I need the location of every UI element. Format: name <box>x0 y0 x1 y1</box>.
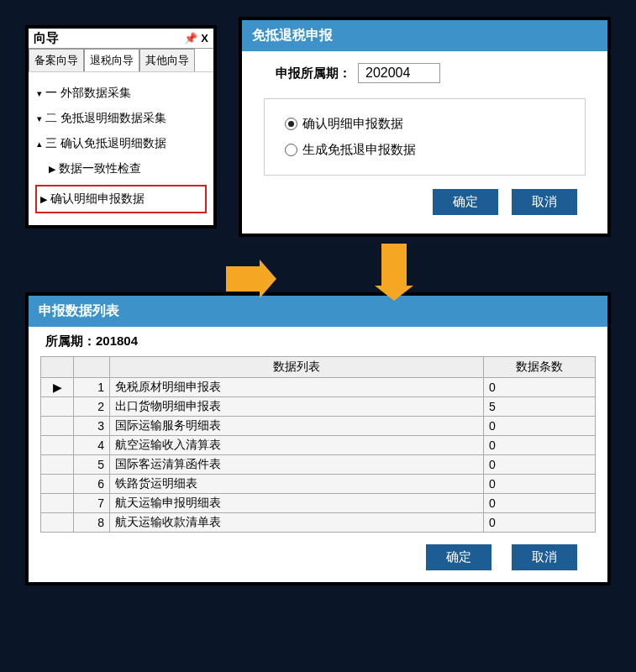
radio-group: 确认明细申报数据 生成免抵退申报数据 <box>264 98 586 176</box>
ok-button[interactable]: 确定 <box>426 544 491 570</box>
table-row[interactable]: 2出口货物明细申报表5 <box>41 397 596 417</box>
table-row[interactable]: 8航天运输收款清单表0 <box>41 513 596 533</box>
table-period-value: 201804 <box>96 333 138 348</box>
radio-icon <box>285 144 297 156</box>
chevron-down-icon: ▾ <box>37 88 42 99</box>
period-input[interactable]: 202004 <box>358 63 440 83</box>
caret-right-icon: ▶ <box>49 164 55 175</box>
radio-generate-data[interactable]: 生成免抵退申报数据 <box>285 137 565 163</box>
tree-section-2[interactable]: ▾ 二 免抵退明细数据采集 <box>34 106 208 131</box>
table-row[interactable]: 5国际客运清算函件表0 <box>41 455 596 475</box>
tree-item-confirm[interactable]: ▶ 确认明细申报数据 <box>35 185 207 213</box>
caret-right-icon: ▶ <box>40 194 47 205</box>
tab-refund[interactable]: 退税向导 <box>84 49 139 71</box>
table-row[interactable]: 7航天运输申报明细表0 <box>41 494 596 513</box>
arrow-right-icon <box>226 266 260 291</box>
close-icon[interactable]: X <box>201 32 208 45</box>
tab-other[interactable]: 其他向导 <box>139 49 195 71</box>
chevron-up-icon: ▴ <box>37 139 42 150</box>
tab-backup[interactable]: 备案向导 <box>29 49 84 71</box>
cancel-button[interactable]: 取消 <box>512 189 577 215</box>
table-row[interactable]: 3国际运输服务明细表0 <box>41 417 596 436</box>
chevron-down-icon: ▾ <box>37 113 42 124</box>
period-label: 申报所属期： <box>276 66 351 81</box>
table-row[interactable]: 6铁路货运明细表0 <box>41 475 596 494</box>
tree-item-check[interactable]: ▶ 数据一致性检查 <box>34 156 208 181</box>
wizard-panel: 向导 📌 X 备案向导 退税向导 其他向导 ▾ 一 外部数据采集 ▾ 二 免抵退… <box>25 25 217 228</box>
ok-button[interactable]: 确定 <box>433 189 498 215</box>
refund-dialog: 免抵退税申报 申报所属期： 202004 确认明细申报数据 生成免抵退申报数据 <box>239 17 611 237</box>
col-count: 数据条数 <box>484 357 596 378</box>
radio-icon <box>285 118 297 130</box>
wizard-title: 向导 <box>34 30 59 46</box>
data-list-panel: 申报数据列表 所属期：201804 数据列表 数据条数 ▶1免税原材明细申报表0… <box>25 292 611 585</box>
panel-title: 申报数据列表 <box>29 296 607 327</box>
col-data-list: 数据列表 <box>110 357 484 378</box>
wizard-tree: ▾ 一 外部数据采集 ▾ 二 免抵退明细数据采集 ▴ 三 确认免抵退明细数据 ▶… <box>29 72 213 225</box>
dialog-title: 免抵退税申报 <box>242 20 607 51</box>
cancel-button[interactable]: 取消 <box>512 544 577 570</box>
arrow-down-icon <box>25 244 611 286</box>
tree-section-3[interactable]: ▴ 三 确认免抵退明细数据 <box>34 131 208 156</box>
table-row[interactable]: 4航空运输收入清算表0 <box>41 436 596 455</box>
table-row[interactable]: ▶1免税原材明细申报表0 <box>41 378 596 397</box>
tree-section-1[interactable]: ▾ 一 外部数据采集 <box>34 81 208 106</box>
pin-icon[interactable]: 📌 <box>184 32 197 45</box>
radio-confirm-data[interactable]: 确认明细申报数据 <box>285 111 565 137</box>
data-table: 数据列表 数据条数 ▶1免税原材明细申报表02出口货物明细申报表53国际运输服务… <box>40 356 596 533</box>
table-period-label: 所属期： <box>45 333 96 348</box>
wizard-tabs: 备案向导 退税向导 其他向导 <box>29 49 213 72</box>
